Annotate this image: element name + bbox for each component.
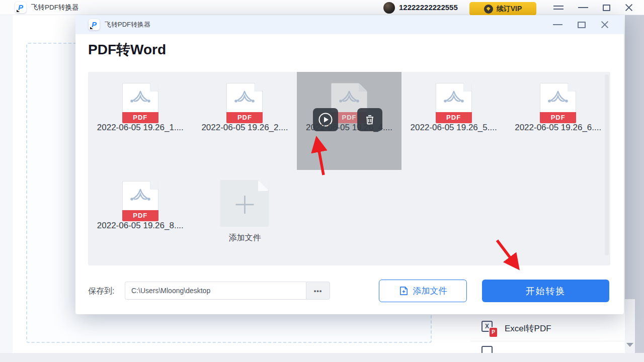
file-name: 2022-06-05 19.26_1.... xyxy=(88,123,193,133)
pdf-file-icon: PDF xyxy=(122,181,158,221)
excel-to-pdf-icon: X P xyxy=(481,321,497,336)
menu-icon[interactable] xyxy=(553,4,564,12)
user-avatar[interactable] xyxy=(383,2,395,14)
pdf-file-icon: PDF xyxy=(436,83,472,123)
menu-item-label: Excel转PDF xyxy=(505,323,551,334)
file-item[interactable]: PDF 2022-06-05 19.26_8.... xyxy=(88,170,193,268)
maximize-button[interactable] xyxy=(603,5,610,11)
app-logo-icon: P xyxy=(89,19,100,30)
save-path-input[interactable] xyxy=(125,282,306,300)
menu-item-excel-to-pdf[interactable]: X P Excel转PDF xyxy=(470,316,625,341)
pdf-badge: PDF xyxy=(122,112,158,123)
window-bottom-strip xyxy=(0,353,644,362)
pdf-to-word-dialog: P 飞转PDF转换器 PDF转Word PDF 2022 xyxy=(75,15,624,314)
add-file-tile[interactable]: 添加文件 xyxy=(193,170,297,268)
add-file-button[interactable]: 添加文件 xyxy=(379,280,467,302)
pdf-badge: PDF xyxy=(122,210,158,221)
main-titlebar: P 飞转PDF转换器 12222222222555 续订VIP xyxy=(0,0,644,15)
dialog-titlebar: P 飞转PDF转换器 xyxy=(75,15,624,34)
account-id: 12222222222555 xyxy=(399,0,458,15)
dialog-maximize-button[interactable] xyxy=(578,22,586,28)
scroll-down-arrow-icon[interactable] xyxy=(626,343,633,347)
file-item[interactable]: PDF 2022-06-05 19.26_6.... xyxy=(506,72,610,170)
minimize-button[interactable] xyxy=(578,7,588,8)
file-item-selected[interactable]: PDF 2022-06-05 19.26_4.... xyxy=(297,72,401,170)
vip-button-label: 续订VIP xyxy=(497,5,522,14)
background-scrollbar[interactable] xyxy=(625,299,635,353)
pdf-badge: PDF xyxy=(436,112,472,123)
dialog-close-button[interactable] xyxy=(601,21,609,29)
add-file-page-icon xyxy=(220,180,269,227)
renew-vip-button[interactable]: 续订VIP xyxy=(469,2,536,16)
conversion-menu-panel: X P Excel转PDF xyxy=(470,314,625,353)
pdf-badge: PDF xyxy=(540,112,576,123)
vip-gem-icon xyxy=(484,5,493,14)
file-name: 2022-06-05 19.26_4.... xyxy=(297,123,401,133)
plus-icon xyxy=(232,192,257,216)
page-title: PDF转Word xyxy=(88,40,166,59)
file-name: 2022-06-05 19.26_5.... xyxy=(401,123,506,133)
app-logo-icon: P xyxy=(15,2,26,13)
dialog-title: 飞转PDF转换器 xyxy=(105,15,150,34)
file-panel-scrollbar-thumb[interactable] xyxy=(605,74,609,255)
save-to-label: 保存到: xyxy=(88,280,114,302)
add-file-tile-label: 添加文件 xyxy=(193,233,297,243)
file-list-panel: PDF 2022-06-05 19.26_1.... PDF 2022-06-0… xyxy=(88,72,610,265)
file-item[interactable]: PDF 2022-06-05 19.26_2.... xyxy=(193,72,297,170)
pdf-badge: PDF xyxy=(226,112,263,123)
menu-item-partial-icon xyxy=(481,346,493,353)
add-file-button-label: 添加文件 xyxy=(413,285,447,297)
menu-divider xyxy=(470,341,625,341)
pdf-file-icon: PDF xyxy=(540,83,576,123)
pdf-badge-letter: P xyxy=(490,328,497,337)
main-window-title: 飞转PDF转换器 xyxy=(31,0,79,15)
close-button[interactable] xyxy=(625,4,633,12)
file-item[interactable]: PDF 2022-06-05 19.26_5.... xyxy=(401,72,506,170)
pdf-file-icon: PDF xyxy=(122,83,158,123)
dialog-minimize-button[interactable] xyxy=(553,24,562,25)
browse-folder-button[interactable]: ••• xyxy=(306,282,330,300)
add-file-icon xyxy=(399,286,409,296)
file-name: 2022-06-05 19.26_8.... xyxy=(88,221,193,231)
pdf-file-icon: PDF xyxy=(226,83,263,123)
start-convert-button[interactable]: 开始转换 xyxy=(482,280,609,302)
file-item[interactable]: PDF 2022-06-05 19.26_1.... xyxy=(88,72,193,170)
file-name: 2022-06-05 19.26_6.... xyxy=(506,123,610,133)
file-name: 2022-06-05 19.26_2.... xyxy=(193,123,297,133)
